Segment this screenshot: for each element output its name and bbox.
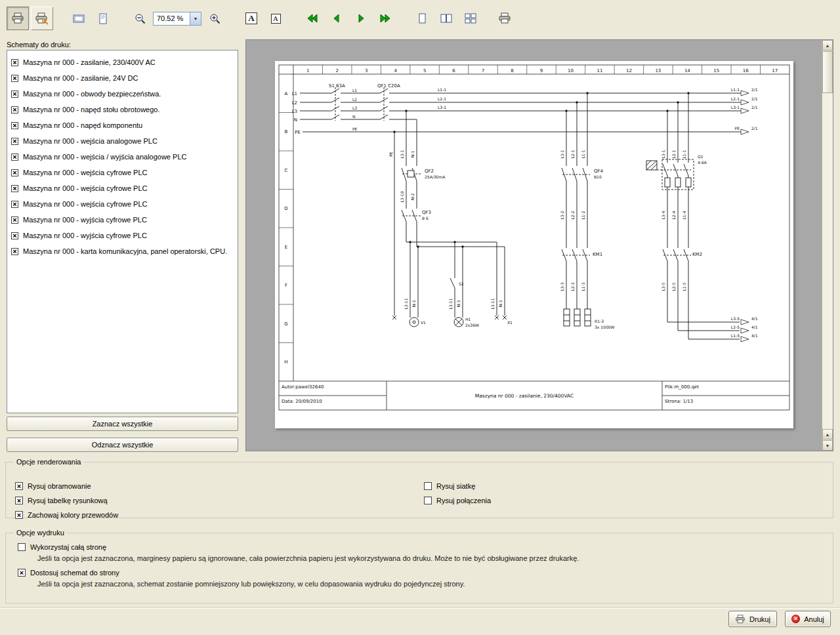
checkbox-option[interactable]: ×Dostosuj schemat do strony <box>18 569 828 577</box>
scroll-up-button[interactable]: ▲ <box>822 40 833 51</box>
checkbox-option[interactable]: ×Zachowaj kolory przewodów <box>15 508 118 522</box>
schematic-label: QF2 <box>425 169 434 174</box>
item-label: Maszyna nr 000 - wejścia cyfrowe PLC <box>23 184 148 192</box>
item-checkbox[interactable]: × <box>11 169 18 176</box>
list-item[interactable]: ×Maszyna nr 000 - wejścia cyfrowe PLC <box>7 180 238 196</box>
item-checkbox[interactable]: × <box>11 154 18 161</box>
schematic-label: 25A/30mA <box>425 174 446 179</box>
item-checkbox[interactable]: × <box>11 201 18 208</box>
list-item[interactable]: ×Maszyna nr 000 - wejścia / wyjścia anal… <box>7 149 238 165</box>
last-page-icon <box>379 14 391 23</box>
item-checkbox[interactable]: × <box>11 122 18 129</box>
schematics-list[interactable]: ×Maszyna nr 000 - zasilanie, 230/400V AC… <box>7 50 238 413</box>
schematic-label: B 6 <box>422 216 429 220</box>
multi-page-view-button[interactable] <box>459 7 482 30</box>
schematic-label: L3-1 <box>400 150 404 158</box>
print-dialog-window: 70.52 % ▼ A A <box>0 0 840 635</box>
schematic-label: L3-5 <box>661 282 665 291</box>
schematic-label: L2-4 <box>671 211 676 219</box>
adjust-font-boxed-button[interactable]: A <box>240 7 262 30</box>
last-page-button[interactable] <box>374 7 396 30</box>
print-button[interactable]: Drukuj <box>728 611 777 627</box>
list-item[interactable]: ×Maszyna nr 000 - napęd komponentu <box>7 117 238 133</box>
item-checkbox[interactable]: × <box>11 185 18 192</box>
list-item[interactable]: ×Maszyna nr 000 - wejścia analogowe PLC <box>7 133 238 149</box>
schematic-label: QF3 <box>422 210 431 215</box>
scroll-up-button-bottom[interactable]: ▲ <box>822 429 833 440</box>
option-checkbox[interactable]: × <box>15 482 23 490</box>
schematic-label: 13 <box>655 68 661 73</box>
next-page-button[interactable] <box>350 7 372 30</box>
printer-icon <box>11 12 24 24</box>
select-all-button[interactable]: Zaznacz wszystkie <box>7 417 238 431</box>
option-checkbox[interactable] <box>424 497 432 504</box>
title-block-author: Autor:pawel32640 <box>282 384 324 390</box>
list-item[interactable]: ×Maszyna nr 000 - karta komunikacyjna, p… <box>7 243 238 259</box>
print-options-button[interactable] <box>7 7 29 30</box>
item-checkbox[interactable]: × <box>11 75 18 82</box>
list-item[interactable]: ×Maszyna nr 000 - wejścia cyfrowe PLC <box>7 196 238 212</box>
scroll-down-button[interactable]: ▼ <box>822 440 833 451</box>
list-item[interactable]: ×Maszyna nr 000 - wyjścia cyfrowe PLC <box>7 228 238 243</box>
checkbox-option[interactable]: Rysuj połączenia <box>424 493 491 508</box>
option-checkbox[interactable]: × <box>15 511 23 519</box>
list-item[interactable]: ×Maszyna nr 000 - wejścia cyfrowe PLC <box>7 165 238 180</box>
checkbox-option[interactable]: ×Rysuj tabelkę rysunkową <box>15 493 118 508</box>
schematic-label: PE <box>295 130 301 135</box>
item-label: Maszyna nr 000 - napęd stołu obrotowego. <box>23 106 160 113</box>
schematic-label: L3-1 <box>731 105 740 110</box>
deselect-all-button[interactable]: Odznacz wszystkie <box>7 438 238 452</box>
schematic-label: L3-11 <box>404 298 408 309</box>
zoom-in-button[interactable] <box>203 7 226 30</box>
schematic-label: KM1 <box>593 252 602 257</box>
list-item[interactable]: ×Maszyna nr 000 - napęd stołu obrotowego… <box>7 102 238 117</box>
item-checkbox[interactable]: × <box>11 106 18 113</box>
render-options-col-0: ×Rysuj obramowanie×Rysuj tabelkę rysunko… <box>15 479 118 522</box>
scrollbar-thumb[interactable] <box>822 51 833 93</box>
zoom-select[interactable]: 70.52 % ▼ <box>153 12 201 26</box>
previous-page-button[interactable] <box>326 7 348 30</box>
printer-icon <box>735 615 746 624</box>
zoom-out-button[interactable] <box>129 7 151 30</box>
first-page-button[interactable] <box>301 7 324 30</box>
schematic-label: L1-1 <box>682 150 686 158</box>
item-checkbox[interactable]: × <box>11 59 18 66</box>
option-checkbox[interactable]: × <box>15 497 23 504</box>
toolbar-print-button[interactable] <box>494 7 516 30</box>
option-checkbox[interactable] <box>424 482 432 490</box>
schematic-label: QF1 C20A <box>377 83 400 89</box>
zoom-value[interactable]: 70.52 % <box>154 12 190 25</box>
vertical-scrollbar[interactable]: ▲ ▲ ▼ <box>822 40 833 451</box>
printer-icon <box>498 12 511 24</box>
option-label: Zachowaj kolory przewodów <box>28 511 118 519</box>
schematic-label: L2-3 <box>570 282 575 291</box>
facing-pages-view-button[interactable] <box>435 7 457 30</box>
schematic-label: 2/1 <box>751 96 758 101</box>
item-checkbox[interactable]: × <box>11 91 18 98</box>
checkbox-option[interactable]: ×Rysuj obramowanie <box>15 479 118 493</box>
list-item[interactable]: ×Maszyna nr 000 - wyjścia cyfrowe PLC <box>7 212 238 228</box>
schematic-label: PE <box>352 127 358 131</box>
checkbox-option[interactable]: Rysuj siatkę <box>424 479 491 493</box>
orientation-portrait-button[interactable] <box>92 7 114 30</box>
chevron-down-icon[interactable]: ▼ <box>190 12 201 25</box>
list-item[interactable]: ×Maszyna nr 000 - zasilanie, 230/400V AC <box>7 54 238 70</box>
item-checkbox[interactable]: × <box>11 232 18 239</box>
single-page-view-button[interactable] <box>411 7 433 30</box>
item-checkbox[interactable]: × <box>11 216 18 224</box>
cancel-button[interactable]: × Anuluj <box>785 611 831 627</box>
list-item[interactable]: ×Maszyna nr 000 - obwody bezpieczeństwa. <box>7 86 238 102</box>
schematic-label: L2-1 <box>438 96 446 101</box>
orientation-landscape-button[interactable] <box>68 7 90 30</box>
adjust-font-button[interactable]: A <box>264 7 287 30</box>
item-checkbox[interactable]: × <box>11 248 18 255</box>
option-checkbox[interactable]: × <box>18 569 26 577</box>
first-page-icon <box>306 14 318 23</box>
option-checkbox[interactable] <box>18 543 26 551</box>
list-item[interactable]: ×Maszyna nr 000 - zasilanie, 24V DC <box>7 70 238 86</box>
page-setup-button[interactable] <box>31 7 53 30</box>
item-label: Maszyna nr 000 - wejścia / wyjścia analo… <box>23 153 186 161</box>
item-checkbox[interactable]: × <box>11 138 18 145</box>
schematic-label: N-3 <box>456 300 461 308</box>
checkbox-option[interactable]: Wykorzystaj całą stronę <box>18 543 828 551</box>
